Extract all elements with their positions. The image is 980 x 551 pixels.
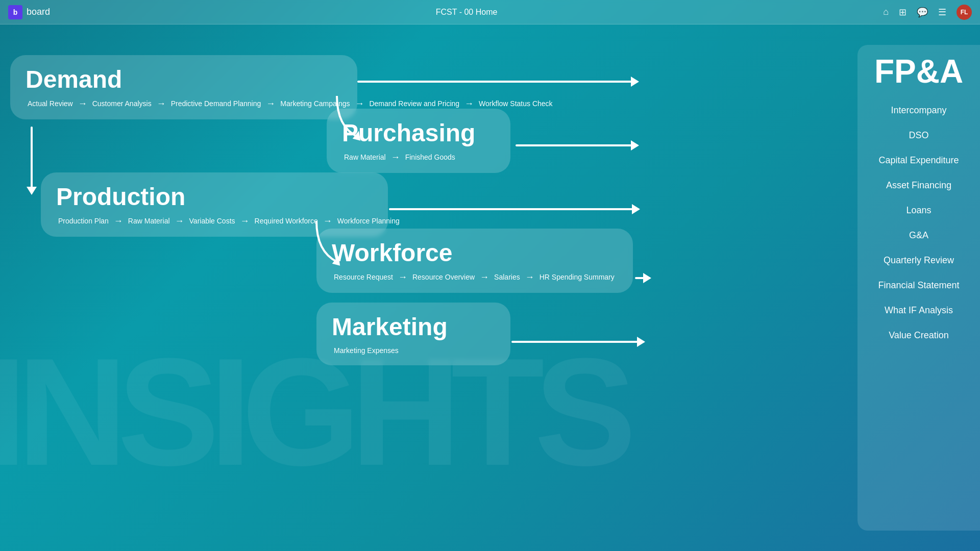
workforce-flow: Resource Request→Resource Overview→Salar… — [332, 272, 618, 283]
navbar: b board FCST - 00 Home ⌂ ⊞ 💬 ☰ FL — [0, 0, 980, 24]
home-icon[interactable]: ⌂ — [883, 7, 889, 17]
flow-step[interactable]: Actual Review — [26, 99, 75, 108]
user-avatar[interactable]: FL — [957, 5, 972, 20]
flow-arrow-icon: → — [172, 216, 187, 227]
production-fpa-arrow — [389, 208, 639, 210]
flow-arrow-icon: → — [522, 272, 537, 283]
fpa-item[interactable]: Capital Expenditure — [873, 148, 964, 173]
fpa-item[interactable]: What IF Analysis — [873, 298, 964, 323]
production-title: Production — [56, 183, 373, 211]
flow-step[interactable]: Demand Review and Pricing — [367, 99, 461, 108]
flow-step[interactable]: Production Plan — [56, 216, 111, 226]
flow-step[interactable]: Variable Costs — [187, 216, 237, 226]
demand-title: Demand — [26, 65, 342, 93]
flow-arrow-icon: → — [477, 272, 492, 283]
flow-step[interactable]: Customer Analysis — [90, 99, 154, 108]
flow-step[interactable]: HR Spending Summary — [537, 272, 617, 282]
purchasing-fpa-arrow — [516, 144, 638, 146]
flow-step[interactable]: Salaries — [492, 272, 522, 282]
grid-icon[interactable]: ⊞ — [899, 7, 906, 18]
purchasing-flow: Raw Material→Finished Goods — [342, 152, 495, 163]
marketing-card: Marketing Marketing Expenses — [316, 303, 510, 365]
flow-step[interactable]: Resource Request — [332, 272, 395, 282]
fpa-title: FP&A — [874, 55, 963, 88]
flow-arrow-icon: → — [388, 152, 403, 163]
flow-step[interactable]: Raw Material — [126, 216, 172, 226]
flow-step[interactable]: Resource Overview — [410, 272, 477, 282]
main-content: INSIGHTS FP&A IntercompanyDSOCapital Exp… — [0, 24, 980, 551]
marketing-title: Marketing — [332, 313, 495, 341]
demand-card: Demand Actual Review→Customer Analysis→P… — [10, 55, 357, 119]
flow-step[interactable]: Predictive Demand Planning — [169, 99, 263, 108]
chat-icon[interactable]: 💬 — [917, 7, 928, 18]
flow-arrow-icon: → — [395, 272, 410, 283]
fpa-item[interactable]: Asset Financing — [873, 173, 964, 198]
demand-fpa-arrow — [357, 81, 638, 83]
flow-arrow-icon: → — [75, 98, 90, 109]
flow-arrow-icon: → — [461, 98, 477, 109]
workforce-card: Workforce Resource Request→Resource Over… — [316, 229, 633, 293]
demand-production-connector — [31, 127, 33, 188]
fpa-items: IntercompanyDSOCapital ExpenditureAsset … — [873, 98, 964, 348]
flow-step[interactable]: Workflow Status Check — [477, 99, 554, 108]
navbar-actions: ⌂ ⊞ 💬 ☰ FL — [875, 5, 980, 20]
fpa-item[interactable]: Intercompany — [873, 98, 964, 123]
production-workforce-svg — [286, 221, 347, 272]
logo-wordmark: board — [27, 7, 50, 17]
demand-flow: Actual Review→Customer Analysis→Predicti… — [26, 98, 342, 109]
flow-step[interactable]: Raw Material — [342, 153, 388, 162]
fpa-panel: FP&A IntercompanyDSOCapital ExpenditureA… — [857, 45, 980, 531]
logo[interactable]: b board — [0, 5, 58, 19]
workforce-fpa-arrow — [635, 277, 650, 279]
menu-icon[interactable]: ☰ — [938, 7, 946, 18]
flow-arrow-icon: → — [111, 216, 126, 227]
marketing-flow: Marketing Expenses — [332, 346, 495, 355]
fpa-item[interactable]: Quarterly Review — [873, 248, 964, 273]
workforce-title: Workforce — [332, 239, 618, 267]
bg-watermark: INSIGHTS — [0, 323, 626, 500]
demand-purchasing-svg — [306, 96, 368, 147]
flow-arrow-icon: → — [154, 98, 169, 109]
fpa-item[interactable]: G&A — [873, 223, 964, 248]
flow-arrow-icon: → — [263, 98, 278, 109]
logo-icon: b — [8, 5, 22, 19]
fpa-item[interactable]: DSO — [873, 123, 964, 148]
page-title: FCST - 00 Home — [58, 8, 875, 17]
fpa-item[interactable]: Value Creation — [873, 323, 964, 348]
fpa-item[interactable]: Financial Statement — [873, 273, 964, 298]
marketing-fpa-arrow — [511, 341, 644, 343]
flow-step[interactable]: Finished Goods — [403, 153, 457, 162]
fpa-item[interactable]: Loans — [873, 198, 964, 223]
flow-step[interactable]: Marketing Expenses — [332, 346, 401, 355]
flow-arrow-icon: → — [237, 216, 253, 227]
